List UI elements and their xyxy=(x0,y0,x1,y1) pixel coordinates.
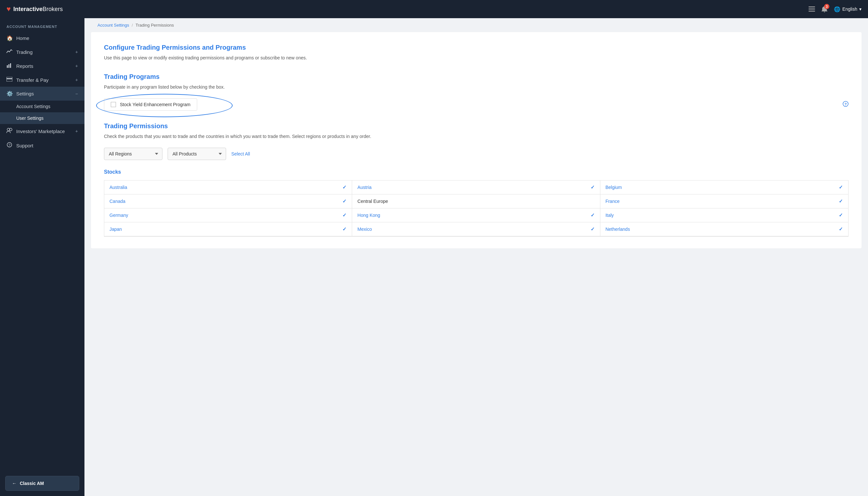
trading-expand-icon: + xyxy=(75,49,78,55)
country-name-central-europe: Central Europe xyxy=(357,199,388,204)
svg-text:?: ? xyxy=(9,143,10,147)
svg-rect-0 xyxy=(809,6,815,7)
logo-icon: ♥ xyxy=(6,5,11,13)
country-check-hong-kong: ✓ xyxy=(590,212,595,218)
svg-text:?: ? xyxy=(844,102,847,106)
country-item-canada[interactable]: Canada ✓ xyxy=(104,195,352,208)
countries-grid: Australia ✓ Austria ✓ Belgium ✓ Canada ✓ xyxy=(104,180,849,237)
trading-icon xyxy=(6,49,12,55)
support-icon: ? xyxy=(6,142,12,149)
country-item-france[interactable]: France ✓ xyxy=(600,195,848,208)
sidebar-item-investors-marketplace[interactable]: Investors' Marketplace + xyxy=(0,124,85,138)
main-content: Account Settings / Trading Permissions C… xyxy=(85,18,868,496)
country-item-australia[interactable]: Australia ✓ xyxy=(104,181,352,195)
sidebar-settings-label: Settings xyxy=(16,91,72,96)
country-name-japan: Japan xyxy=(109,227,122,232)
sidebar-trading-label: Trading xyxy=(16,49,72,55)
sidebar-item-support[interactable]: ? Support xyxy=(0,138,85,153)
configure-desc: Use this page to view or modify existing… xyxy=(104,55,849,61)
country-name-mexico: Mexico xyxy=(357,227,372,232)
country-item-japan[interactable]: Japan ✓ xyxy=(104,222,352,236)
country-item-mexico[interactable]: Mexico ✓ xyxy=(352,222,600,236)
globe-icon: 🌐 xyxy=(834,6,840,12)
trading-permissions-section: Trading Permissions Check the products t… xyxy=(104,122,849,237)
configure-title: Configure Trading Permissions and Progra… xyxy=(104,44,849,51)
sidebar: ACCOUNT MANAGEMENT 🏠 Home Trading + Repo… xyxy=(0,18,85,496)
top-header: ♥ InteractiveBrokers 3 🌐 English ▾ xyxy=(0,0,868,18)
help-icon[interactable]: ? xyxy=(843,101,849,108)
breadcrumb-parent-link[interactable]: Account Settings xyxy=(98,23,129,28)
svg-rect-3 xyxy=(7,65,8,68)
trading-programs-desc: Participate in any program listed below … xyxy=(104,84,849,91)
svg-rect-7 xyxy=(6,78,12,79)
language-selector[interactable]: 🌐 English ▾ xyxy=(834,6,862,12)
logo-light-text: Brokers xyxy=(43,6,63,12)
country-check-france: ✓ xyxy=(839,198,843,204)
country-check-italy: ✓ xyxy=(839,212,843,218)
country-check-germany: ✓ xyxy=(342,212,347,218)
country-name-netherlands: Netherlands xyxy=(605,227,630,232)
sidebar-transfer-pay-label: Transfer & Pay xyxy=(16,77,72,83)
sidebar-section-label: ACCOUNT MANAGEMENT xyxy=(0,18,85,31)
svg-rect-1 xyxy=(809,9,815,10)
sidebar-item-settings[interactable]: ⚙️ Settings − xyxy=(0,87,85,100)
trading-programs-section: Trading Programs Participate in any prog… xyxy=(104,73,849,111)
country-item-italy[interactable]: Italy ✓ xyxy=(600,208,848,222)
country-check-belgium: ✓ xyxy=(839,184,843,190)
svg-rect-2 xyxy=(809,11,815,12)
country-check-japan: ✓ xyxy=(342,226,347,232)
sidebar-sub-item-user-settings[interactable]: User Settings xyxy=(0,112,85,124)
country-name-austria: Austria xyxy=(357,185,372,190)
country-item-hong-kong[interactable]: Hong Kong ✓ xyxy=(352,208,600,222)
settings-collapse-icon: − xyxy=(75,91,78,96)
configure-section: Configure Trading Permissions and Progra… xyxy=(104,44,849,61)
notification-button[interactable]: 3 xyxy=(822,6,827,12)
logo-bold-text: Interactive xyxy=(13,6,43,12)
language-label: English xyxy=(842,6,857,12)
sidebar-item-reports[interactable]: Reports + xyxy=(0,59,85,73)
country-name-france: France xyxy=(605,199,620,204)
sidebar-item-transfer-pay[interactable]: Transfer & Pay + xyxy=(0,73,85,87)
sidebar-item-trading[interactable]: Trading + xyxy=(0,45,85,59)
sidebar-user-settings-label: User Settings xyxy=(16,115,44,121)
country-item-netherlands[interactable]: Netherlands ✓ xyxy=(600,222,848,236)
country-item-germany[interactable]: Germany ✓ xyxy=(104,208,352,222)
breadcrumb: Account Settings / Trading Permissions xyxy=(85,18,868,32)
settings-icon: ⚙️ xyxy=(6,91,12,97)
country-name-canada: Canada xyxy=(109,199,125,204)
svg-rect-4 xyxy=(9,64,10,68)
chevron-down-icon: ▾ xyxy=(859,6,862,12)
reports-expand-icon: + xyxy=(75,63,78,68)
investors-marketplace-icon xyxy=(6,128,12,134)
sidebar-support-label: Support xyxy=(16,143,78,148)
reports-icon xyxy=(6,63,12,69)
country-item-central-europe[interactable]: Central Europe xyxy=(352,195,600,208)
logo: ♥ InteractiveBrokers xyxy=(6,5,63,13)
investors-expand-icon: + xyxy=(75,128,78,134)
stock-yield-checkbox[interactable] xyxy=(111,102,116,107)
home-icon: 🏠 xyxy=(6,35,12,41)
breadcrumb-current: Trading Permissions xyxy=(135,23,174,28)
sidebar-item-home[interactable]: 🏠 Home xyxy=(0,31,85,45)
sidebar-investors-label: Investors' Marketplace xyxy=(16,128,72,134)
country-item-belgium[interactable]: Belgium ✓ xyxy=(600,181,848,195)
transfer-pay-expand-icon: + xyxy=(75,77,78,82)
products-filter[interactable]: All Products Stocks Options Futures Fore… xyxy=(168,148,226,160)
program-item-label: Stock Yield Enhancement Program xyxy=(120,102,190,107)
country-check-canada: ✓ xyxy=(342,198,347,204)
sidebar-sub-item-account-settings[interactable]: Account Settings xyxy=(0,100,85,112)
menu-button[interactable] xyxy=(809,6,815,12)
classic-am-button[interactable]: ← Classic AM xyxy=(5,476,79,491)
program-item-stock-yield[interactable]: Stock Yield Enhancement Program xyxy=(104,98,197,111)
trading-permissions-title: Trading Permissions xyxy=(104,122,849,130)
country-name-germany: Germany xyxy=(109,213,128,218)
program-item-wrapper: Stock Yield Enhancement Program xyxy=(104,98,197,111)
country-check-australia: ✓ xyxy=(342,184,347,190)
svg-rect-5 xyxy=(10,63,11,68)
select-all-button[interactable]: Select All xyxy=(231,148,250,160)
trading-programs-title: Trading Programs xyxy=(104,73,849,80)
sidebar-home-label: Home xyxy=(16,35,78,41)
regions-filter[interactable]: All Regions Americas Europe Asia Pacific xyxy=(104,148,162,160)
header-actions: 3 🌐 English ▾ xyxy=(809,6,862,12)
country-item-austria[interactable]: Austria ✓ xyxy=(352,181,600,195)
